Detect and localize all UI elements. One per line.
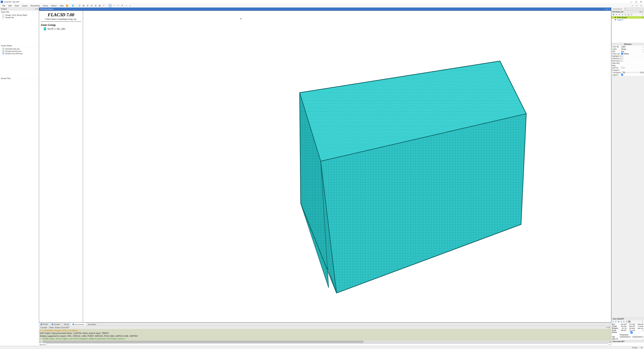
transparency-checkbox[interactable] [621, 72, 623, 73]
dropdown-icon[interactable]: ▾ [615, 14, 618, 16]
menu-documents[interactable]: Documents [29, 4, 41, 7]
layout-4-icon[interactable]: ▧ [90, 4, 93, 7]
dropdown-icon[interactable]: ▾ [35, 8, 36, 10]
plot-close-icon[interactable]: ✕ [608, 8, 610, 10]
layout-2-icon[interactable]: ▦ [82, 4, 85, 7]
move-icon[interactable]: ✥ [121, 4, 124, 7]
pane-3-icon[interactable]: ▭ [640, 4, 643, 7]
selected-only-checkbox[interactable] [621, 57, 623, 59]
globe-icon[interactable]: 🌐 [72, 4, 74, 7]
3d-viewport[interactable] [83, 11, 611, 322]
delete-icon[interactable]: ✕ [621, 14, 624, 16]
eye-icon[interactable]: 👁 [614, 19, 616, 21]
clip-near[interactable] [619, 336, 631, 338]
menu-layout[interactable]: Layout [20, 4, 29, 7]
menu-panes[interactable]: Panes [42, 4, 49, 7]
menu-edit[interactable]: Edit [7, 4, 13, 7]
measure-icon[interactable]: ✂ [113, 4, 116, 7]
maximize-button[interactable]: ▢ [635, 1, 637, 3]
null-faces-checkbox[interactable] [621, 60, 623, 62]
plot-item-legend[interactable]: 👁 Legend [612, 19, 644, 21]
maximize-icon[interactable]: ⊞ [621, 318, 623, 320]
center-x[interactable] [619, 325, 626, 327]
console-submit-icon[interactable]: ▸ [608, 343, 611, 346]
help-icon[interactable]: ? [641, 14, 643, 16]
add-plot-item-icon[interactable]: ✚ [612, 14, 614, 16]
warning-icon[interactable]: ! [66, 5, 68, 7]
eye-x[interactable] [619, 323, 626, 325]
eye-icon[interactable]: 👁 [614, 17, 616, 19]
scale-y[interactable] [628, 329, 635, 331]
data-files-header[interactable]: Data Files ⌄ [0, 11, 39, 14]
scroll-left-icon[interactable]: ◂ [39, 341, 41, 343]
menu-file[interactable]: File [1, 4, 7, 7]
transparency-slider[interactable] [624, 72, 639, 73]
maximize-icon[interactable]: ⊞ [640, 11, 641, 13]
tab-simple[interactable]: Simple* [50, 323, 62, 326]
save-icon[interactable]: 💾 [628, 320, 630, 323]
eye-y[interactable] [628, 323, 635, 325]
result-files-header[interactable]: Result Files ⌄ [0, 77, 39, 80]
menu-python[interactable]: Python [50, 4, 58, 7]
layout-3-icon[interactable]: ▤ [86, 4, 89, 7]
maximize-icon[interactable]: ⊞ [622, 340, 623, 342]
paste-icon[interactable]: ⎘ [626, 320, 628, 323]
wireframe-icon[interactable]: △ [129, 4, 132, 7]
pin-icon[interactable]: ⊟ [36, 8, 38, 10]
rot-y[interactable] [628, 327, 635, 329]
close-icon[interactable]: ✕ [623, 318, 624, 320]
tool-icon[interactable]: ✂ [612, 320, 614, 323]
minimize-button[interactable]: — [630, 1, 632, 3]
highlight-checkbox[interactable] [621, 55, 623, 57]
menu-help[interactable]: Help [58, 4, 65, 7]
data-file-item[interactable]: Simple.dat [2, 16, 38, 19]
scroll-right-icon[interactable]: ▸ [609, 341, 611, 343]
saved-state-item[interactable]: Simple-Zonk-003.sav [2, 52, 38, 55]
cursor-icon[interactable]: ↖ [109, 4, 112, 7]
tab-isocontours[interactable]: Isocontours [71, 323, 86, 326]
plot-minimize-icon[interactable]: ⊟ [606, 8, 608, 10]
center-z[interactable] [636, 325, 643, 327]
axes-icon[interactable]: ⌖ [125, 4, 128, 7]
delete-icon[interactable]: ✕ [620, 320, 622, 323]
layout-6-icon[interactable]: ▩ [98, 4, 101, 7]
edit-icon[interactable]: ✎ [618, 14, 620, 16]
saved-states-header[interactable]: Saved States ⌄ [0, 44, 39, 47]
data-file-item[interactable]: Simple_GVol_Binary.f3grid [2, 14, 38, 16]
console-pin-icon[interactable]: ⊟ [608, 326, 610, 328]
tab-plot01[interactable]: Plot01 [39, 323, 50, 326]
tab-isocontours-right[interactable]: Isocontours [612, 8, 624, 11]
console-hscrollbar[interactable]: ◂ ▸ [39, 340, 611, 343]
saved-state-item[interactable]: Simple-premine.sav [2, 50, 38, 52]
plot-item-zone-group[interactable]: ▸ 👁 Zone Group ▾ [612, 16, 644, 19]
label-value[interactable]: Group [621, 48, 626, 50]
clip-far[interactable] [632, 336, 643, 338]
scale-z[interactable] [636, 329, 643, 331]
copy-icon[interactable]: ⎘ [623, 320, 625, 323]
check-icon[interactable]: ☑ [630, 14, 632, 16]
color-by-value[interactable]: Label [621, 46, 626, 48]
pane-2-icon[interactable]: ▭ [635, 4, 638, 7]
layout-5-icon[interactable]: ▨ [94, 4, 97, 7]
paste-icon[interactable]: 📋 [627, 14, 630, 16]
expand-icon[interactable]: ▸ [612, 17, 614, 18]
check-icon[interactable]: ☑ [102, 4, 105, 7]
scrollbar-thumb[interactable] [43, 341, 364, 343]
color-list-checkbox[interactable] [621, 53, 623, 55]
console-input[interactable] [46, 343, 608, 346]
layout-1-icon[interactable]: ▥ [78, 4, 81, 7]
rot-x[interactable] [619, 327, 626, 329]
sync-dropdown[interactable]: ⌄ [642, 338, 643, 340]
close-button[interactable]: ✕ [640, 1, 642, 3]
close-icon[interactable]: ✕ [623, 340, 625, 342]
scale-x[interactable] [619, 329, 626, 331]
slot-value[interactable]: Any [621, 50, 624, 52]
perspective-checkbox[interactable] [620, 331, 643, 333]
deffac-checkbox[interactable] [621, 67, 623, 69]
dropdown-icon[interactable]: ▾ [615, 320, 617, 323]
tab-model[interactable]: Model [62, 323, 71, 326]
saved-state-item[interactable]: Simmple-elas.sav [2, 48, 38, 50]
center-y[interactable] [628, 325, 635, 327]
plane-icon[interactable]: ✕ [117, 4, 120, 7]
tab-geometry[interactable]: Geometry [86, 323, 98, 326]
